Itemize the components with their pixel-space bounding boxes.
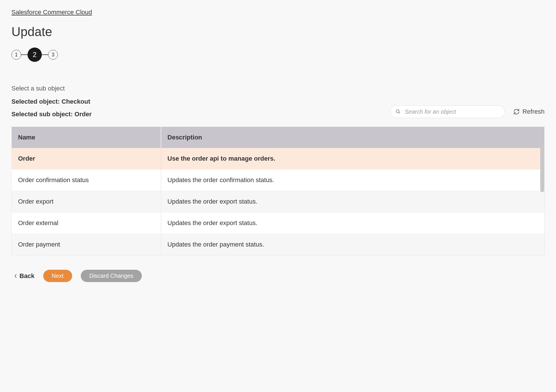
column-header-description[interactable]: Description — [161, 127, 544, 148]
refresh-button[interactable]: Refresh — [513, 108, 545, 115]
back-label: Back — [19, 272, 35, 280]
discard-changes-button[interactable]: Discard Changes — [81, 270, 142, 282]
cell-description: Updates the order payment status. — [161, 234, 544, 255]
search-box[interactable] — [390, 105, 505, 118]
search-input[interactable] — [405, 109, 499, 115]
column-header-name[interactable]: Name — [12, 127, 161, 148]
table-row[interactable]: Order payment Updates the order payment … — [12, 234, 544, 255]
table-row[interactable]: Order external Updates the order export … — [12, 212, 544, 234]
svg-line-1 — [399, 112, 400, 113]
selected-sub-object: Selected sub object: Order — [11, 111, 390, 118]
step-3[interactable]: 3 — [48, 50, 58, 60]
cell-description: Updates the order confirmation status. — [161, 170, 544, 191]
cell-name: Order confirmation status — [12, 170, 161, 191]
selected-object: Selected object: Checkout — [11, 98, 390, 105]
sub-object-prompt: Select a sub object — [11, 85, 390, 92]
breadcrumb-link[interactable]: Salesforce Commerce Cloud — [11, 9, 92, 16]
cell-name: Order export — [12, 191, 161, 212]
cell-description: Use the order api to manage orders. — [161, 148, 544, 170]
cell-name: Order payment — [12, 234, 161, 255]
step-1[interactable]: 1 — [11, 50, 21, 60]
next-button[interactable]: Next — [43, 270, 72, 282]
refresh-icon — [513, 109, 520, 115]
search-icon — [396, 109, 401, 114]
stepper: 1 2 3 — [11, 48, 545, 62]
table-row[interactable]: Order confirmation status Updates the or… — [12, 170, 544, 191]
back-button[interactable]: Back — [14, 272, 35, 280]
object-table: Name Description Order Use the order api… — [11, 127, 545, 255]
table-row[interactable]: Order Use the order api to manage orders… — [12, 148, 544, 170]
cell-name: Order external — [12, 212, 161, 234]
cell-description: Updates the order export status. — [161, 191, 544, 212]
cell-name: Order — [12, 148, 161, 170]
step-connector — [42, 54, 48, 55]
svg-point-0 — [396, 110, 399, 113]
step-2[interactable]: 2 — [27, 48, 42, 62]
cell-description: Updates the order export status. — [161, 212, 544, 234]
footer-actions: Back Next Discard Changes — [11, 270, 545, 282]
refresh-label: Refresh — [522, 108, 545, 115]
page-title: Update — [11, 25, 545, 39]
table-row[interactable]: Order export Updates the order export st… — [12, 191, 544, 212]
scrollbar-thumb[interactable] — [540, 146, 544, 192]
chevron-left-icon — [14, 274, 17, 278]
step-connector — [21, 54, 27, 55]
